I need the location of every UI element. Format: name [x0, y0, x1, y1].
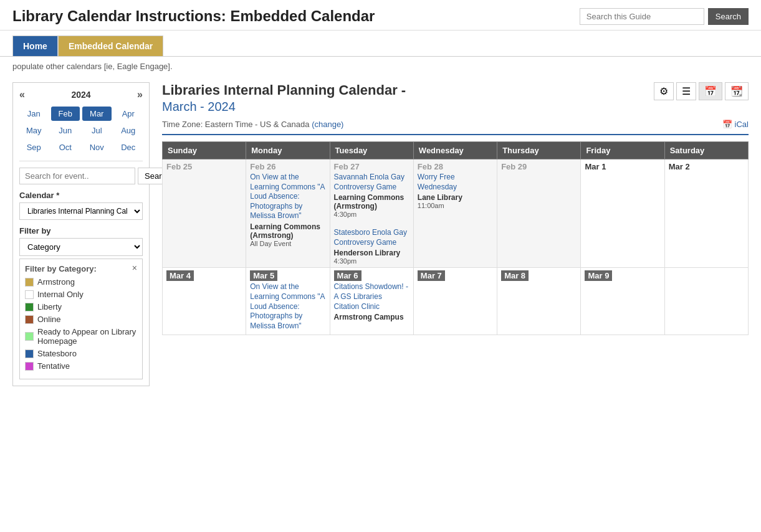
date-feb29: Feb 29 — [501, 162, 577, 171]
calendar-label: Calendar * — [19, 191, 143, 200]
month-nov[interactable]: Nov — [82, 140, 112, 154]
date-mar2: Mar 2 — [669, 162, 744, 171]
view-agenda-icon[interactable]: 📆 — [725, 82, 749, 100]
calendar-grid: Sunday Monday Tuesday Wednesday Thursday… — [162, 141, 749, 335]
mini-cal-header: « 2024 » — [19, 89, 143, 100]
event-link-onview2[interactable]: On View at the Learning Commons "A Loud … — [250, 282, 325, 331]
nav-tabs: Home Embedded Calendar — [0, 31, 761, 57]
date-mar4: Mar 5 — [250, 270, 277, 281]
timezone-row: Time Zone: Eastern Time - US & Canada (c… — [162, 120, 749, 135]
date-feb28: Feb 28 — [418, 162, 493, 171]
cell-feb29: Feb 29 — [497, 159, 581, 268]
filter-category-title: Filter by Category: — [25, 264, 137, 273]
event-allday: All Day Event — [250, 240, 325, 247]
filter-label-statesboro: Statesboro — [37, 349, 77, 358]
cal-title-text: Libraries Internal Planning Calendar - — [162, 82, 406, 98]
date-mar5: Mar 6 — [334, 270, 361, 281]
month-apr[interactable]: Apr — [114, 107, 143, 121]
ical-link[interactable]: 📅 iCal — [722, 120, 749, 129]
filter-category-popup: Filter by Category: × Armstrong Internal… — [19, 259, 143, 379]
main-content: « 2024 » Jan Feb Mar Apr May Jun Jul Aug… — [0, 76, 761, 392]
mini-cal-next[interactable]: » — [137, 89, 143, 100]
cal-view-icons: ⚙ ☰ 📅 📆 — [654, 82, 749, 100]
filter-item-tentative: Tentative — [25, 361, 137, 371]
sub-text: populate other calendars [ie, Eagle Enga… — [0, 57, 761, 76]
filter-label-online: Online — [37, 315, 61, 324]
filter-label: Filter by — [19, 226, 143, 235]
event-link-statesboro[interactable]: Statesboro Enola Gay Controversy Game — [334, 228, 409, 247]
filter-item-statesboro: Statesboro — [25, 349, 137, 358]
filter-label-internal: Internal Only — [37, 290, 84, 299]
event-link-wfw[interactable]: Worry Free Wednesday — [418, 173, 493, 192]
event-search-input[interactable] — [19, 168, 135, 184]
tab-embedded[interactable]: Embedded Calendar — [58, 36, 163, 56]
search-guide-area: Search — [580, 8, 749, 25]
statesboro-color-swatch — [25, 349, 34, 358]
day-sunday: Sunday — [163, 142, 246, 159]
month-feb[interactable]: Feb — [51, 107, 80, 121]
filter-label-ready: Ready to Appear on Library Homepage — [37, 327, 137, 346]
table-row: Feb 25 Feb 26 On View at the Learning Co… — [163, 159, 749, 268]
timezone-change-link[interactable]: (change) — [312, 120, 343, 129]
month-jan[interactable]: Jan — [19, 107, 49, 121]
filter-item-online: Online — [25, 315, 137, 324]
date-mar6: Mar 7 — [418, 270, 445, 281]
month-dec[interactable]: Dec — [114, 140, 143, 154]
date-mar8: Mar 9 — [585, 270, 612, 281]
day-friday: Friday — [581, 142, 664, 159]
tab-home[interactable]: Home — [12, 36, 58, 56]
day-monday: Monday — [246, 142, 330, 159]
cell-feb25: Feb 25 — [163, 159, 246, 268]
month-sep[interactable]: Sep — [19, 140, 49, 154]
event-location-henderson: Henderson Library — [334, 249, 409, 257]
armstrong-color-swatch — [25, 278, 34, 287]
month-oct[interactable]: Oct — [51, 140, 80, 154]
view-month-icon[interactable]: 📅 — [699, 82, 722, 100]
event-location-lane: Lane Library — [418, 193, 493, 202]
view-grid-icon[interactable]: ⚙ — [654, 82, 674, 100]
table-row: Mar 4 Mar 5 On View at the Learning Comm… — [163, 268, 749, 335]
month-jun[interactable]: Jun — [51, 123, 80, 138]
date-mar3: Mar 4 — [166, 270, 194, 281]
liberty-color-swatch — [25, 303, 34, 311]
filter-category-select[interactable]: Category — [19, 238, 143, 256]
mini-cal-months: Jan Feb Mar Apr May Jun Jul Aug Sep Oct … — [19, 107, 143, 154]
cell-mar3: Mar 4 — [163, 268, 246, 335]
search-guide-button[interactable]: Search — [708, 8, 749, 25]
online-color-swatch — [25, 315, 34, 324]
event-link[interactable]: On View at the Learning Commons "A Loud … — [250, 173, 325, 221]
cell-mar2: Mar 2 — [664, 159, 748, 268]
month-mar[interactable]: Mar — [82, 107, 112, 121]
calendar-select[interactable]: Libraries Internal Planning Calen — [19, 202, 143, 220]
calendar-area: Libraries Internal Planning Calendar - M… — [162, 82, 749, 386]
cell-mar8: Mar 9 — [581, 268, 664, 335]
cell-mar6: Mar 7 — [413, 268, 497, 335]
filter-close-button[interactable]: × — [132, 263, 137, 273]
day-tuesday: Tuesday — [330, 142, 413, 159]
cell-feb27: Feb 27 Savannah Enola Gay Controversy Ga… — [330, 159, 413, 268]
month-may[interactable]: May — [19, 123, 49, 138]
cell-feb26: Feb 26 On View at the Learning Commons "… — [246, 159, 330, 268]
filter-item-liberty: Liberty — [25, 302, 137, 311]
filter-item-ready: Ready to Appear on Library Homepage — [25, 327, 137, 346]
month-aug[interactable]: Aug — [114, 123, 143, 138]
cell-mar1: Mar 1 — [581, 159, 664, 268]
filter-label-tentative: Tentative — [37, 361, 70, 371]
filter-label-armstrong: Armstrong — [37, 277, 75, 287]
event-location: Learning Commons (Armstrong) — [334, 193, 409, 211]
internal-color-swatch — [25, 290, 34, 299]
filter-item-armstrong: Armstrong — [25, 277, 137, 287]
search-guide-input[interactable] — [580, 8, 704, 25]
month-jul[interactable]: Jul — [82, 123, 112, 138]
event-link-citation[interactable]: Citations Showdown! - A GS Libraries Cit… — [334, 282, 409, 311]
cell-mar5: Mar 6 Citations Showdown! - A GS Librari… — [330, 268, 413, 335]
date-mar7: Mar 8 — [501, 270, 529, 281]
view-list-icon[interactable]: ☰ — [676, 82, 696, 100]
day-wednesday: Wednesday — [413, 142, 497, 159]
mini-cal-prev[interactable]: « — [19, 89, 25, 100]
event-link[interactable]: Savannah Enola Gay Controversy Game — [334, 173, 409, 192]
cal-month-year: March - 2024 — [162, 100, 236, 113]
mini-cal-year: 2024 — [71, 90, 90, 100]
cell-mar9 — [664, 268, 748, 335]
tentative-color-swatch — [25, 362, 34, 371]
